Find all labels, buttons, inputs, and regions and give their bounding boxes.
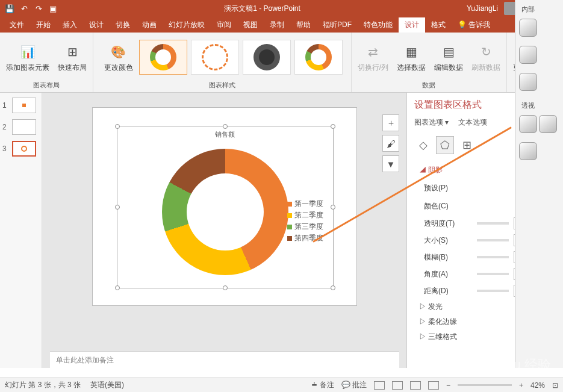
quick-layout-button[interactable]: ⊞快速布局: [55, 41, 89, 74]
tab-file[interactable]: 文件: [4, 17, 30, 33]
group-label-layout: 图表布局: [33, 79, 60, 90]
redo-icon[interactable]: ↷: [34, 4, 43, 13]
blur-label: 模糊(B): [424, 252, 472, 263]
shadow-swatch[interactable]: [519, 46, 537, 64]
tab-tell-me[interactable]: 💡 告诉我: [452, 17, 496, 33]
trans-label: 透明度(T): [424, 219, 472, 229]
tab-format[interactable]: 格式: [425, 17, 452, 33]
chart-style-2[interactable]: [191, 40, 239, 75]
switch-row-col-button: ⇄切换行/列: [355, 41, 391, 74]
title-bar: 💾 ↶ ↷ ▣ 演示文稿1 - PowerPoint YuJiangLi ▭ —: [0, 0, 563, 17]
size-slider[interactable]: [477, 239, 509, 241]
add-chart-element-button[interactable]: 📊添加图表元素: [4, 41, 52, 74]
content-area: 1 2 3 销售额 第一季度 第二季度 第三季度 第四季度 ＋ 🖌: [0, 93, 563, 368]
chart-style-1[interactable]: [139, 40, 187, 75]
chart-options-link[interactable]: 图表选项 ▾: [414, 117, 449, 128]
group-label-styles: 图表样式: [209, 79, 235, 90]
shadow-swatch[interactable]: [519, 142, 537, 160]
save-icon[interactable]: 💾: [5, 4, 14, 13]
color-label: 颜色(C): [424, 201, 472, 211]
thumb-3[interactable]: 3: [2, 141, 39, 157]
tab-insert[interactable]: 插入: [57, 17, 83, 33]
angle-slider[interactable]: [477, 273, 509, 275]
zoom-slider[interactable]: [458, 384, 512, 386]
shadow-swatch[interactable]: [519, 19, 537, 37]
tab-special[interactable]: 特色功能: [358, 17, 399, 33]
preset-label: 预设(P): [424, 183, 472, 193]
tab-home[interactable]: 开始: [30, 17, 57, 33]
dist-label: 距离(D): [424, 286, 472, 296]
fill-line-icon[interactable]: ◇: [414, 136, 432, 154]
tab-design[interactable]: 设计: [83, 17, 110, 33]
slide-canvas[interactable]: 销售额 第一季度 第二季度 第三季度 第四季度: [92, 107, 357, 306]
ribbon-tabs: 文件 开始 插入 设计 切换 动画 幻灯片放映 审阅 视图 录制 帮助 福昕PD…: [0, 17, 563, 33]
shadow-swatch[interactable]: [539, 115, 557, 133]
shadow-gallery-pane: 内部 透视: [515, 0, 563, 368]
edit-data-button[interactable]: ▤编辑数据: [432, 41, 465, 74]
tab-record[interactable]: 录制: [264, 17, 290, 33]
chart-legend[interactable]: 第一季度 第二季度 第三季度 第四季度: [287, 199, 323, 244]
user-name: YuJiangLi: [467, 4, 498, 13]
tab-review[interactable]: 审阅: [211, 17, 237, 33]
select-data-button[interactable]: ▦选择数据: [394, 41, 428, 74]
blur-slider[interactable]: [477, 256, 509, 258]
chart-styles-button[interactable]: 🖌: [382, 135, 399, 152]
dist-slider[interactable]: [477, 290, 509, 292]
notes-placeholder[interactable]: 单击此处添加备注: [50, 351, 399, 368]
thumbnail-panel: 1 2 3: [0, 93, 42, 368]
fit-window-icon[interactable]: ⊡: [552, 381, 558, 390]
trans-slider[interactable]: [477, 222, 509, 225]
chart-style-3[interactable]: [243, 40, 291, 75]
status-bar: 幻灯片 第 3 张，共 3 张 英语(美国) ≐ 备注 💬 批注 − + 42%…: [0, 378, 563, 392]
inner-label: 内部: [519, 4, 559, 19]
refresh-data-button: ↻刷新数据: [469, 41, 503, 74]
shadow-swatch[interactable]: [519, 115, 537, 133]
reading-view-icon[interactable]: [410, 381, 421, 390]
tab-foxit[interactable]: 福昕PDF: [317, 17, 358, 33]
group-label-data: 数据: [422, 79, 435, 90]
size-props-icon[interactable]: ⊞: [458, 136, 476, 154]
zoom-level[interactable]: 42%: [530, 381, 545, 390]
slideshow-icon[interactable]: ▣: [48, 4, 58, 13]
size-label: 大小(S): [424, 235, 472, 246]
text-options-link[interactable]: 文本选项: [458, 117, 487, 128]
slide-area: 销售额 第一季度 第二季度 第三季度 第四季度 ＋ 🖌 ▼ 单击此处添加备注: [42, 93, 406, 368]
chart-filter-button[interactable]: ▼: [382, 155, 399, 172]
thumb-2[interactable]: 2: [2, 119, 39, 135]
tab-transitions[interactable]: 切换: [110, 17, 136, 33]
tab-chart-design[interactable]: 设计: [399, 17, 425, 33]
undo-icon[interactable]: ↶: [19, 4, 29, 13]
notes-toggle[interactable]: ≐ 备注: [311, 380, 334, 390]
lang-indicator[interactable]: 英语(美国): [90, 380, 124, 390]
tab-animations[interactable]: 动画: [136, 17, 163, 33]
chart-elements-button[interactable]: ＋: [382, 114, 399, 131]
thumb-1[interactable]: 1: [2, 98, 39, 113]
angle-label: 角度(A): [424, 269, 472, 279]
tab-view[interactable]: 视图: [237, 17, 264, 33]
shadow-swatch[interactable]: [519, 73, 537, 91]
tab-slideshow[interactable]: 幻灯片放映: [163, 17, 211, 33]
zoom-in[interactable]: +: [519, 381, 523, 390]
slideshow-view-icon[interactable]: [428, 381, 439, 390]
tab-help[interactable]: 帮助: [290, 17, 317, 33]
chart-style-4[interactable]: [294, 40, 343, 75]
effects-icon[interactable]: ⬠: [436, 136, 454, 154]
persp-label: 透视: [519, 100, 559, 115]
change-colors-button[interactable]: 🎨更改颜色: [102, 41, 135, 74]
zoom-out[interactable]: −: [446, 381, 450, 390]
window-title: 演示文稿1 - PowerPoint: [63, 4, 462, 14]
ribbon: 📊添加图表元素 ⊞快速布局 图表布局 🎨更改颜色 图表样式 ⇄切换行/列 ▦选择…: [0, 33, 563, 93]
donut-chart[interactable]: [162, 149, 288, 275]
sorter-view-icon[interactable]: [392, 381, 403, 390]
slide-counter: 幻灯片 第 3 张，共 3 张: [5, 380, 81, 390]
chart-object[interactable]: 销售额 第一季度 第二季度 第三季度 第四季度: [117, 126, 334, 288]
normal-view-icon[interactable]: [374, 381, 385, 390]
comments-toggle[interactable]: 💬 批注: [341, 380, 367, 390]
